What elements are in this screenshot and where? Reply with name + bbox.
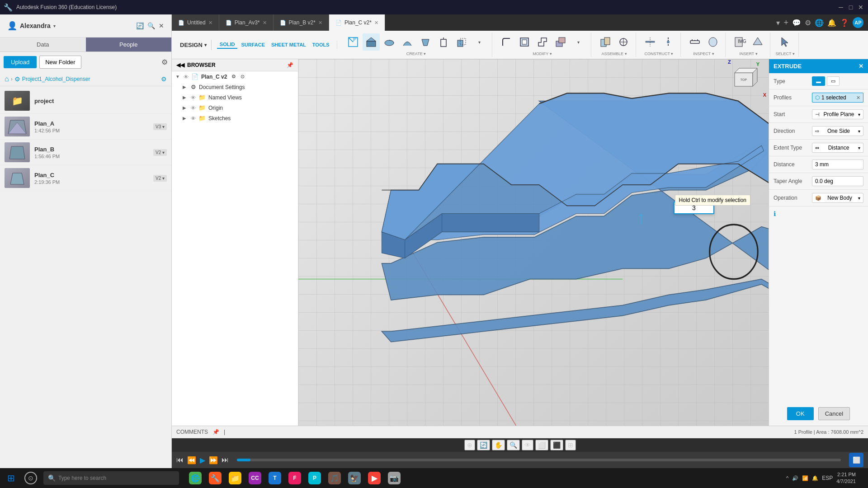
- assemble-joint-button[interactable]: [615, 33, 632, 51]
- list-item[interactable]: Plan_C 2:19:36 PM V2 ▾: [0, 165, 171, 191]
- notification-icon[interactable]: 🔔: [812, 475, 818, 481]
- upload-button[interactable]: Upload: [4, 56, 37, 68]
- settings-icon[interactable]: ⚙: [231, 74, 236, 80]
- minimize-button[interactable]: ─: [837, 4, 844, 11]
- eye-icon[interactable]: 👁: [191, 95, 196, 100]
- browser-collapse-icon[interactable]: ◀◀: [176, 62, 184, 68]
- scale-button[interactable]: [534, 33, 551, 51]
- timeline-prev-button[interactable]: ⏪: [187, 456, 196, 465]
- breadcrumb-project[interactable]: Project1_Alcohol_Dispenser: [22, 76, 90, 82]
- distance-value[interactable]: 3 mm: [812, 160, 863, 169]
- info-button[interactable]: ℹ: [774, 210, 863, 217]
- display-mode-button[interactable]: ⬛: [550, 440, 563, 450]
- tab-help-icon[interactable]: ❓: [840, 19, 849, 27]
- create-sketch-button[interactable]: [344, 33, 362, 51]
- cortana-button[interactable]: ⊙: [22, 468, 40, 488]
- shell-button[interactable]: [516, 33, 533, 51]
- taper-angle-value[interactable]: 0.0 deg: [812, 176, 863, 186]
- tab-close-icon[interactable]: ✕: [318, 20, 322, 26]
- start-select[interactable]: ⊣ Profile Plane ▾: [812, 109, 863, 119]
- list-item[interactable]: Plan_B 1:56:46 PM V2 ▾: [0, 140, 171, 165]
- tab-plan-cv2[interactable]: 📄 Plan_C v2* ✕: [329, 14, 385, 31]
- tab-chat-icon[interactable]: 💬: [792, 19, 801, 27]
- tab-untitled[interactable]: 📄 Untitled ✕: [172, 14, 219, 31]
- move-copy-button[interactable]: [453, 33, 470, 51]
- sidebar-settings-button[interactable]: ⚙: [161, 58, 168, 66]
- extrude-close-icon[interactable]: ✕: [859, 63, 863, 70]
- direction-select[interactable]: ⇨ One Side ▾: [812, 126, 863, 136]
- insert-mesh-button[interactable]: [749, 33, 766, 51]
- tab-close-icon[interactable]: ✕: [263, 20, 267, 26]
- pin-icon[interactable]: ⊙: [241, 74, 245, 80]
- breadcrumb-settings-icon[interactable]: ⚙: [14, 75, 20, 83]
- start-button[interactable]: ⊞: [0, 468, 22, 488]
- browser-item-origin[interactable]: ▶ 👁 📁 Origin: [172, 103, 298, 113]
- look-at-button[interactable]: 👁: [522, 440, 533, 450]
- orbit-button[interactable]: 🔄: [477, 440, 490, 450]
- home-icon[interactable]: ⌂: [5, 75, 9, 83]
- tab-overflow-icon[interactable]: ▾: [776, 19, 780, 27]
- close-sidebar-icon[interactable]: ✕: [159, 22, 164, 29]
- taskbar-app-app11[interactable]: 📷: [385, 468, 403, 488]
- keyboard-layout[interactable]: ESP: [822, 475, 833, 481]
- taskbar-app-fusion[interactable]: 🔧: [206, 468, 224, 488]
- extrude-input[interactable]: 3: [674, 202, 714, 214]
- taskbar-app-app7[interactable]: P: [306, 468, 324, 488]
- taskbar-app-chrome[interactable]: 🌐: [186, 468, 204, 488]
- taskbar-show-hidden-icon[interactable]: ^: [786, 475, 788, 481]
- tab-tools[interactable]: TOOLS: [310, 41, 332, 48]
- tab-plan-av3[interactable]: 📄 Plan_Av3* ✕: [219, 14, 274, 31]
- combine-button[interactable]: [552, 33, 569, 51]
- view-face-button[interactable]: ⬜: [535, 440, 548, 450]
- timeline-next-button[interactable]: ⏩: [209, 456, 218, 465]
- tab-data[interactable]: Data: [0, 38, 86, 52]
- list-item[interactable]: 📁 project: [0, 88, 171, 114]
- construct-axis-button[interactable]: [660, 33, 677, 51]
- list-item[interactable]: Plan_A 1:42:56 PM V3 ▾: [0, 114, 171, 140]
- profiles-value[interactable]: ⬡ 1 selected ✕: [812, 93, 863, 103]
- user-avatar-icon[interactable]: AP: [853, 17, 863, 28]
- user-dropdown-icon[interactable]: ▾: [53, 23, 56, 28]
- inspect-zebra-button[interactable]: [704, 33, 722, 51]
- profiles-clear-icon[interactable]: ✕: [856, 95, 860, 101]
- timeline-track[interactable]: [237, 459, 841, 461]
- taskbar-app-app8[interactable]: 🎵: [326, 468, 344, 488]
- extent-type-select[interactable]: ⇔ Distance ▾: [812, 143, 863, 153]
- tab-close-icon[interactable]: ✕: [208, 20, 212, 26]
- tab-solid[interactable]: SOLID: [217, 41, 238, 49]
- fillet-button[interactable]: [498, 33, 515, 51]
- grid-toggle-button[interactable]: ⊞: [565, 440, 576, 450]
- type-surface-button[interactable]: ▭: [827, 76, 840, 86]
- sync-icon[interactable]: 🔄: [136, 22, 144, 29]
- tab-settings-icon[interactable]: ⚙: [805, 19, 811, 27]
- taskbar-app-app10[interactable]: ▶: [365, 468, 383, 488]
- create-dropdown-button[interactable]: ▾: [471, 33, 488, 51]
- record-button[interactable]: ⬜: [849, 453, 863, 467]
- tab-plan-bv2[interactable]: 📄 Plan_B v2* ✕: [274, 14, 329, 31]
- close-button[interactable]: ✕: [857, 4, 864, 11]
- inspect-measure-button[interactable]: [686, 33, 703, 51]
- sweep-button[interactable]: [399, 33, 416, 51]
- taskbar-app-app6[interactable]: F: [286, 468, 304, 488]
- assemble-new-button[interactable]: [597, 33, 614, 51]
- tab-grid-icon[interactable]: 🌐: [815, 19, 824, 27]
- tab-surface[interactable]: SURFACE: [238, 41, 268, 48]
- taskbar-app-app9[interactable]: 🦅: [345, 468, 363, 488]
- insert-canvas-button[interactable]: IMG: [731, 33, 748, 51]
- modify-dropdown-button[interactable]: ▾: [570, 33, 587, 51]
- tab-close-icon[interactable]: ✕: [374, 20, 378, 26]
- browser-item-plan-cv2[interactable]: ▼ 👁 📄 Plan_C v2 ⚙ ⊙: [172, 71, 298, 82]
- loft-button[interactable]: [417, 33, 434, 51]
- design-button[interactable]: DESIGN ▾: [175, 40, 212, 50]
- revolve-button[interactable]: [381, 33, 398, 51]
- nav-cube[interactable]: TOP Y X Z: [726, 64, 762, 100]
- rib-button[interactable]: [435, 33, 452, 51]
- select-button[interactable]: [777, 33, 794, 51]
- construct-offset-button[interactable]: [642, 33, 659, 51]
- timeline-start-button[interactable]: ⏮: [176, 456, 184, 464]
- tab-add-icon[interactable]: +: [783, 18, 788, 28]
- tab-people[interactable]: People: [86, 38, 172, 52]
- pan-button[interactable]: ✋: [492, 440, 505, 450]
- network-icon[interactable]: 📶: [802, 475, 808, 481]
- taskbar-app-explorer[interactable]: 📁: [226, 468, 244, 488]
